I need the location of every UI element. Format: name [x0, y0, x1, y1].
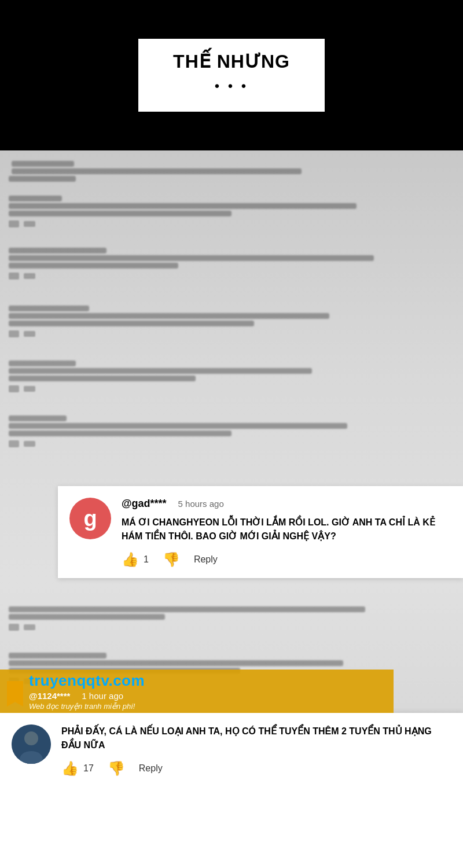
gad-reply-button[interactable]: Reply: [194, 554, 218, 565]
svg-point-1: [24, 731, 38, 745]
thumbs-up-icon-2: 👍: [61, 760, 79, 777]
avatar-1124: [12, 724, 51, 764]
bg-row-1: [0, 156, 463, 186]
thumbs-down-icon-2: 👎: [108, 760, 125, 777]
thumbs-up-icon: 👍: [122, 551, 139, 568]
watermark-bar: truyenqqtv.com @1124**** 1 hour ago Web …: [0, 670, 394, 713]
watermark-username: @1124****: [29, 691, 70, 701]
comment-gad-time: 5 hours ago: [178, 499, 224, 509]
comment-gad-username: @gad****: [122, 498, 167, 510]
gad-dislike-button[interactable]: 👎: [163, 551, 180, 568]
gad-like-button[interactable]: 👍 1: [122, 551, 149, 568]
title-box: THẾ NHƯNG • • •: [138, 39, 325, 112]
bg-row-5: [0, 356, 463, 397]
title-dots: • • •: [173, 78, 290, 94]
bg-row-2: [0, 191, 463, 232]
comment-gad-actions: 👍 1 👎 Reply: [122, 551, 451, 568]
comment-gad-header: @gad**** 5 hours ago: [122, 498, 451, 510]
comment-1124-actions: 👍 17 👎 Reply: [61, 760, 451, 777]
thumbs-down-icon: 👎: [163, 551, 180, 568]
comment-gad-text: MÁ ƠI CHANGHYEON LỖI THỜI LẮM RỒI LOL. G…: [122, 516, 451, 543]
watermark-time: 1 hour ago: [82, 691, 123, 701]
bg-row-7: [0, 602, 463, 635]
bg-row-6: [0, 411, 463, 452]
1124-like-count: 17: [83, 763, 94, 774]
comment-1124-content: PHẢI ĐẤY, CÁ LÀ NẾU LOẠI ANH TA, HỌ CÓ T…: [61, 724, 451, 858]
gad-like-count: 1: [144, 554, 149, 565]
comment-1124-text: PHẢI ĐẤY, CÁ LÀ NẾU LOẠI ANH TA, HỌ CÓ T…: [61, 724, 451, 752]
1124-dislike-button[interactable]: 👎: [108, 760, 125, 777]
top-section: THẾ NHƯNG • • •: [0, 0, 463, 150]
comment-card-gad: g @gad**** 5 hours ago MÁ ƠI CHANGHYEON …: [58, 486, 463, 578]
watermark-subtitle: Web đọc truyện tranh miễn phí!: [29, 702, 145, 711]
bookmark-icon: [7, 681, 23, 702]
comments-background: g @gad**** 5 hours ago MÁ ƠI CHANGHYEON …: [0, 150, 463, 868]
bg-row-3: [0, 243, 463, 284]
comment-card-1124: PHẢI ĐẤY, CÁ LÀ NẾU LOẠI ANH TA, HỌ CÓ T…: [0, 713, 463, 868]
1124-reply-button[interactable]: Reply: [139, 763, 163, 774]
avatar-gad: g: [69, 498, 111, 539]
page-title: THẾ NHƯNG: [173, 50, 290, 72]
watermark-site: truyenqqtv.com: [29, 672, 145, 690]
comment-gad-content: @gad**** 5 hours ago MÁ ƠI CHANGHYEON LỖ…: [122, 498, 451, 568]
1124-like-button[interactable]: 👍 17: [61, 760, 94, 777]
bg-row-4: [0, 301, 463, 342]
